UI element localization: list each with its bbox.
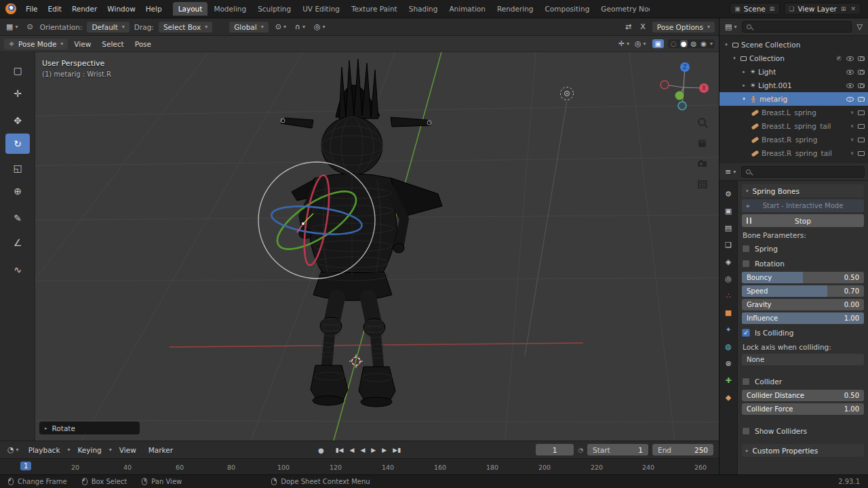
snap-toggle-button[interactable]: ∩ ▾ bbox=[293, 22, 307, 32]
disable-in-renders-icon[interactable] bbox=[858, 97, 865, 102]
tab-bone[interactable]: ◆ bbox=[721, 390, 736, 405]
menu-keying[interactable]: Keying bbox=[73, 445, 106, 455]
mode-dropdown[interactable]: ❖ Pose Mode ▾ bbox=[4, 39, 68, 49]
tool-cursor[interactable]: ✛ bbox=[5, 83, 30, 104]
menu-view[interactable]: View bbox=[69, 39, 96, 49]
previous-keyframe-button[interactable]: ◀ bbox=[350, 447, 355, 453]
play-reverse-button[interactable]: ◀ bbox=[360, 447, 365, 453]
chevron-down-icon[interactable]: ∨ bbox=[850, 137, 854, 142]
viewport-3d[interactable]: Z X bbox=[0, 52, 719, 441]
transform-orientation-dropdown[interactable]: Global ▾ bbox=[229, 22, 269, 33]
disable-in-renders-icon[interactable] bbox=[858, 70, 865, 75]
axis-x-negative-handle[interactable] bbox=[660, 81, 669, 89]
show-colliders-checkbox-row[interactable]: Show Colliders bbox=[742, 424, 864, 437]
outliner-row-light-001[interactable]: ▸ ☀ Light.001 bbox=[719, 79, 868, 92]
stop-button[interactable]: Stop bbox=[742, 214, 864, 227]
auto-keying-record-button[interactable]: ● bbox=[318, 446, 324, 453]
tab-particles[interactable]: ∴ bbox=[721, 288, 736, 303]
tool-transform[interactable]: ⊕ bbox=[5, 181, 30, 201]
mirror-x-toggle[interactable]: X bbox=[638, 22, 648, 32]
collider-checkbox[interactable] bbox=[742, 378, 750, 386]
rotation-checkbox[interactable] bbox=[742, 260, 750, 268]
workspace-tab-rendering[interactable]: Rendering bbox=[492, 2, 539, 16]
shading-material-button[interactable]: ◍ bbox=[690, 40, 698, 47]
outliner-row-light[interactable]: ▸ ☀ Light bbox=[719, 65, 868, 79]
tab-modifiers[interactable]: ✦ bbox=[721, 322, 736, 337]
screen-icon[interactable] bbox=[858, 151, 865, 156]
custom-properties-panel-header[interactable]: ▸ Custom Properties bbox=[742, 444, 864, 457]
menu-select[interactable]: Select bbox=[97, 39, 128, 49]
screen-icon[interactable] bbox=[858, 138, 865, 142]
is-colliding-checkbox-row[interactable]: ✓ Is Colliding bbox=[742, 326, 864, 339]
proportional-editing-button[interactable]: ◎ ▾ bbox=[312, 22, 328, 32]
collection-checkbox[interactable]: ✓ bbox=[835, 55, 842, 62]
pose-options-dropdown[interactable]: Pose Options ▾ bbox=[652, 22, 715, 33]
speed-slider[interactable]: Speed 0.70 bbox=[742, 285, 864, 297]
disclosure-triangle-icon[interactable]: ▾ bbox=[741, 96, 747, 102]
timeline-editor-type-button[interactable]: ◔ ▾ bbox=[5, 445, 21, 455]
workspace-tab-modeling[interactable]: Modeling bbox=[208, 2, 252, 16]
disable-in-renders-icon[interactable] bbox=[858, 83, 865, 88]
screen-icon[interactable] bbox=[858, 124, 865, 129]
disclosure-triangle-icon[interactable]: ▸ bbox=[741, 83, 747, 88]
xray-toggle[interactable]: ▣ bbox=[652, 39, 664, 48]
menu-edit[interactable]: Edit bbox=[43, 3, 66, 14]
drag-dropdown[interactable]: Select Box ▾ bbox=[159, 22, 212, 33]
editor-type-button[interactable]: ▦ ▾ bbox=[4, 22, 20, 32]
shading-rendered-button[interactable]: ◉ bbox=[700, 40, 707, 47]
tool-scale[interactable]: ◱ bbox=[5, 158, 30, 178]
blender-logo-icon[interactable] bbox=[5, 3, 16, 14]
next-keyframe-button[interactable]: ▶ bbox=[382, 447, 387, 453]
menu-playback[interactable]: Playback bbox=[24, 445, 65, 455]
tab-object[interactable]: ■ bbox=[721, 305, 736, 320]
tool-select-box[interactable]: ▢ bbox=[5, 60, 30, 81]
menu-file[interactable]: File bbox=[21, 3, 43, 14]
tab-world[interactable]: ◎ bbox=[721, 271, 736, 286]
chevron-down-icon[interactable]: ∨ bbox=[850, 150, 854, 156]
gravity-slider[interactable]: Gravity 0.00 bbox=[742, 299, 864, 310]
outliner-row-breast-r-spring[interactable]: Breast.R_spring ∨ bbox=[719, 133, 868, 146]
influence-slider[interactable]: Influence 1.00 bbox=[742, 312, 864, 324]
timeline-ruler[interactable]: 1 20 40 60 80 100 120 140 160 180 200 22… bbox=[0, 458, 719, 474]
properties-editor-type-button[interactable]: ≡ ▾ bbox=[723, 167, 738, 177]
menu-timeline-view[interactable]: View bbox=[115, 445, 141, 455]
current-frame-field[interactable]: 1 bbox=[536, 444, 574, 455]
tool-measure[interactable]: ∠ bbox=[5, 232, 30, 253]
workspace-tab-animation[interactable]: Animation bbox=[443, 2, 491, 16]
menu-render[interactable]: Render bbox=[67, 3, 102, 14]
scene-selector[interactable]: ▣ Scene ⊞ bbox=[730, 3, 780, 15]
tab-render[interactable]: ▣ bbox=[721, 203, 736, 218]
collider-checkbox-row[interactable]: Collider bbox=[742, 375, 864, 388]
workspace-tab-sculpting[interactable]: Sculpting bbox=[252, 2, 296, 16]
hide-in-viewport-icon[interactable] bbox=[846, 97, 854, 102]
start-interactive-mode-button[interactable]: ▶ Start - Interactive Mode bbox=[742, 199, 864, 212]
new-scene-button[interactable]: ⊞ bbox=[769, 5, 776, 12]
tool-pose-breakdowner[interactable]: ∿ bbox=[5, 260, 30, 280]
spring-checkbox[interactable] bbox=[742, 245, 750, 253]
spring-bones-panel-header[interactable]: ▾ Spring Bones bbox=[742, 184, 864, 197]
outliner-editor-type-button[interactable]: ▤ ▾ bbox=[723, 22, 738, 32]
lock-axis-dropdown[interactable]: None bbox=[742, 354, 864, 365]
show-overlays-button[interactable]: ◎ ▾ bbox=[633, 39, 648, 49]
outliner-row-scene-collection[interactable]: ▾ Scene Collection bbox=[719, 38, 868, 52]
is-colliding-checkbox[interactable]: ✓ bbox=[742, 329, 750, 337]
spring-checkbox-row[interactable]: Spring bbox=[742, 242, 864, 255]
tab-constraints[interactable]: ⊗ bbox=[721, 356, 736, 371]
hide-in-viewport-icon[interactable] bbox=[846, 56, 854, 61]
workspace-tab-compositing[interactable]: Compositing bbox=[540, 2, 595, 16]
play-button[interactable]: ▶ bbox=[371, 447, 376, 453]
viewport-canvas[interactable]: Z X bbox=[0, 52, 719, 441]
add-view-layer-button[interactable]: ⊞ bbox=[840, 5, 847, 12]
tool-move[interactable]: ✥ bbox=[5, 110, 30, 131]
rotation-checkbox-row[interactable]: Rotation bbox=[742, 257, 864, 270]
view-layer-selector[interactable]: ❏ View Layer ⊞ ✕ bbox=[784, 3, 861, 15]
orientation-dropdown[interactable]: Default ▾ bbox=[87, 22, 129, 33]
workspace-tab-geometry-nodes[interactable]: Geometry Nodes bbox=[595, 2, 650, 16]
menu-marker[interactable]: Marker bbox=[144, 445, 178, 455]
show-colliders-checkbox[interactable] bbox=[742, 427, 750, 435]
outliner-row-breast-r-spring-tail[interactable]: Breast.R_spring_tail ∨ bbox=[719, 146, 868, 160]
outliner-row-metarig[interactable]: ▾ metarig bbox=[719, 92, 868, 106]
workspace-tab-uv-editing[interactable]: UV Editing bbox=[297, 2, 345, 16]
outliner-row-collection[interactable]: ▾ Collection ✓ bbox=[719, 52, 868, 65]
outliner-filter-button[interactable]: ▽ bbox=[855, 22, 865, 32]
